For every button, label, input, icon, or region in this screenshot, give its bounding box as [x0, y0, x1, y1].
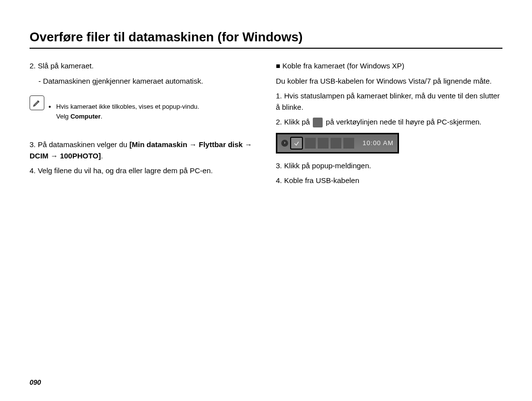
step-2: 2. Slå på kameraet. — [30, 61, 256, 72]
subsection-heading-text: Koble fra kameraet (for Windows XP) — [282, 62, 404, 70]
note-line: Hvis kameraet ikke tilkobles, vises et p… — [56, 102, 199, 121]
step-3: 3. På datamaskinen velger du [Min datama… — [30, 139, 256, 161]
safely-remove-tray-icon — [290, 137, 303, 150]
r-step-2-post: på verktøylinjen nede til høyre på PC-sk… — [324, 118, 481, 126]
pencil-note-icon — [30, 95, 44, 110]
r-step-2-pre: 2. Klikk på — [276, 118, 312, 126]
taskbar-clock: 10:00 AM — [363, 138, 394, 148]
safely-remove-icon — [313, 118, 323, 127]
tray-icons-group: › — [281, 137, 360, 150]
note-text-bold: Computer — [70, 113, 100, 120]
intro-text: Du kobler fra USB-kabelen for Windows Vi… — [276, 76, 502, 87]
page-number: 090 — [30, 378, 41, 386]
page-title: Overføre filer til datamaskinen (for Win… — [30, 30, 502, 49]
note-text-post: . — [100, 113, 102, 120]
r-step-2: 2. Klikk på på verktøylinjen nede til hø… — [276, 117, 502, 128]
tray-icon — [305, 138, 316, 149]
step-3-post: . — [101, 152, 103, 160]
taskbar-screenshot: › 10:00 AM — [276, 133, 399, 154]
note-text-pre: Velg — [56, 113, 70, 120]
tray-icon — [318, 138, 329, 149]
tray-expand-icon: › — [281, 140, 288, 147]
step-3-pre: 3. På datamaskinen velger du — [30, 140, 130, 149]
step-4: 4. Velg filene du vil ha, og dra eller l… — [30, 165, 256, 177]
r-step-3: 3. Klikk på popup-meldingen. — [276, 160, 502, 172]
right-column: Koble fra kameraet (for Windows XP) Du k… — [276, 61, 502, 190]
note-box: Hvis kameraet ikke tilkobles, vises et p… — [30, 93, 256, 131]
tray-icon — [331, 138, 341, 149]
step-2-sub: - Datamaskinen gjenkjenner kameraet auto… — [38, 76, 256, 87]
note-text: Hvis kameraet ikke tilkobles, vises et p… — [56, 103, 199, 110]
subsection-heading: Koble fra kameraet (for Windows XP) — [276, 61, 502, 72]
tray-icon — [343, 138, 354, 149]
left-column: 2. Slå på kameraet. - Datamaskinen gjenk… — [30, 61, 256, 190]
note-list: Hvis kameraet ikke tilkobles, vises et p… — [49, 102, 199, 123]
r-step-4: 4. Koble fra USB-kabelen — [276, 175, 502, 186]
r-step-1: 1. Hvis statuslampen på kameraet blinker… — [276, 91, 502, 113]
